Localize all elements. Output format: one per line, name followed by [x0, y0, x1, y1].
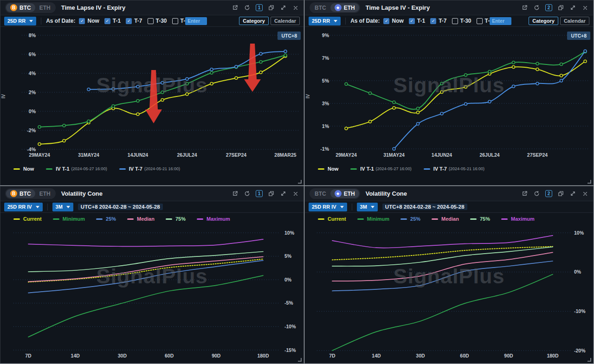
date-checkbox-t-[interactable]: T-	[172, 18, 186, 24]
svg-text:5%: 5%	[322, 78, 329, 83]
legend-item-iv-t-7[interactable]: IV T-7(2024-05-21 16:00)	[424, 166, 484, 172]
legend-item-75-[interactable]: 75%	[166, 216, 186, 222]
date-checkbox-t-7[interactable]: ✓T-7	[430, 18, 446, 24]
refresh-icon[interactable]	[533, 4, 540, 11]
checkbox-checked-icon[interactable]: ✓	[79, 18, 85, 24]
legend-item-iv-t-1[interactable]: IV T-1(2024-05-27 16:00)	[350, 166, 411, 172]
custom-date-input[interactable]	[490, 17, 511, 25]
close-icon[interactable]	[581, 4, 588, 11]
resize-handle[interactable]	[588, 180, 591, 184]
btc-cone-chart[interactable]: 10%5%0%-5%-10%-15%7D14D30D60D90D180D	[0, 225, 303, 363]
metric-dropdown[interactable]: 25D RR	[4, 17, 36, 26]
calendar-button[interactable]: Calendar	[560, 17, 589, 25]
resize-handle[interactable]	[298, 180, 302, 184]
date-checkbox-t-[interactable]: T-	[477, 18, 490, 24]
popout-icon[interactable]	[232, 4, 239, 11]
checkbox-checked-icon[interactable]: ✓	[409, 18, 415, 24]
view-toggle: Category Calendar	[239, 17, 300, 25]
legend-item-minimum[interactable]: Minimum	[53, 216, 85, 222]
legend-item-25-[interactable]: 25%	[96, 216, 116, 222]
coin-option-eth[interactable]: ETH	[35, 190, 55, 198]
coin-toggle[interactable]: B BTC ETH	[5, 2, 56, 13]
window-number-badge[interactable]: 1	[256, 190, 263, 197]
legend-item-maximum[interactable]: Maximum	[197, 216, 230, 222]
coin-option-btc[interactable]: B BTC	[6, 189, 35, 198]
duplicate-icon[interactable]	[268, 4, 275, 11]
svg-text:-20%: -20%	[574, 348, 586, 353]
checkbox-checked-icon[interactable]: ✓	[126, 18, 132, 24]
checkbox-unchecked-icon[interactable]	[148, 18, 154, 24]
refresh-icon[interactable]	[244, 190, 251, 197]
checkbox-checked-icon[interactable]: ✓	[430, 18, 436, 24]
duplicate-icon[interactable]	[268, 190, 275, 197]
fullscreen-icon[interactable]	[280, 4, 287, 11]
date-checkbox-t-30[interactable]: T-30	[452, 18, 471, 24]
legend-item-median[interactable]: Median	[127, 216, 155, 222]
category-button[interactable]: Category	[529, 17, 558, 25]
checkbox-unchecked-icon[interactable]	[477, 18, 483, 24]
metric-dropdown[interactable]: 25D RR IV	[4, 203, 43, 211]
popout-icon[interactable]	[521, 4, 528, 11]
metric-dropdown[interactable]: 25D RR IV	[309, 203, 347, 211]
legend-item-minimum[interactable]: Minimum	[357, 216, 389, 222]
checkbox-checked-icon[interactable]: ✓	[383, 18, 389, 24]
svg-text:-15%: -15%	[284, 347, 296, 353]
close-icon[interactable]	[581, 190, 588, 197]
legend-item-iv-t-7[interactable]: IV T-7(2024-05-21 16:00)	[119, 166, 180, 172]
checkbox-checked-icon[interactable]: ✓	[104, 18, 110, 24]
svg-text:29MAY24: 29MAY24	[336, 152, 357, 158]
fullscreen-icon[interactable]	[569, 4, 576, 11]
window-number-badge[interactable]: 2	[545, 190, 552, 197]
close-icon[interactable]	[292, 190, 299, 197]
resize-handle[interactable]	[298, 358, 302, 362]
coin-option-eth[interactable]: ◆ ETH	[330, 189, 359, 198]
date-checkbox-t-30[interactable]: T-30	[148, 18, 167, 24]
coin-option-btc[interactable]: B BTC	[6, 3, 35, 12]
duplicate-icon[interactable]	[557, 4, 564, 11]
window-number-badge[interactable]: 1	[256, 4, 263, 11]
resize-handle[interactable]	[588, 358, 591, 362]
duplicate-icon[interactable]	[557, 190, 564, 197]
popout-icon[interactable]	[232, 190, 239, 197]
date-checkbox-t-1[interactable]: ✓T-1	[104, 18, 121, 24]
custom-date-input[interactable]	[185, 17, 207, 25]
coin-option-btc[interactable]: BTC	[310, 4, 330, 12]
date-checkbox-now[interactable]: ✓Now	[79, 18, 99, 24]
legend-item-25-[interactable]: 25%	[400, 216, 420, 222]
coin-toggle[interactable]: BTC ◆ ETH	[310, 188, 360, 199]
coin-option-btc[interactable]: BTC	[310, 190, 330, 198]
coin-toggle[interactable]: BTC ◆ ETH	[310, 2, 360, 13]
legend-label: Now	[23, 166, 34, 172]
legend-item-now[interactable]: Now	[13, 166, 34, 172]
tenor-dropdown[interactable]: 3M	[357, 203, 378, 211]
legend-item-median[interactable]: Median	[432, 216, 459, 222]
eth-timelapse-chart[interactable]: 9%7%5%3%1%-1%29MAY2431MAY2414JUN2426JUL2…	[305, 27, 593, 161]
checkbox-unchecked-icon[interactable]	[452, 18, 458, 24]
legend-item-now[interactable]: Now	[318, 166, 338, 172]
coin-toggle[interactable]: B BTC ETH	[5, 188, 56, 199]
category-button[interactable]: Category	[239, 17, 269, 25]
date-checkbox-t-7[interactable]: ✓T-7	[126, 18, 142, 24]
coin-option-eth[interactable]: ETH	[35, 4, 55, 12]
checkbox-unchecked-icon[interactable]	[172, 18, 178, 24]
legend-item-iv-t-1[interactable]: IV T-1(2024-05-27 16:00)	[46, 166, 107, 172]
legend-item-75-[interactable]: 75%	[470, 216, 490, 222]
fullscreen-icon[interactable]	[569, 190, 576, 197]
date-checkbox-t-1[interactable]: ✓T-1	[409, 18, 425, 24]
metric-dropdown[interactable]: 25D RR	[309, 17, 341, 26]
close-icon[interactable]	[292, 4, 299, 11]
calendar-button[interactable]: Calendar	[271, 17, 300, 25]
window-number-badge[interactable]: 2	[545, 4, 552, 11]
btc-timelapse-chart[interactable]: 8%6%4%2%0%-2%-4%29MAY2431MAY2414JUN2426J…	[0, 27, 303, 161]
fullscreen-icon[interactable]	[280, 190, 287, 197]
date-checkbox-now[interactable]: ✓Now	[383, 18, 403, 24]
refresh-icon[interactable]	[244, 4, 251, 11]
tenor-dropdown[interactable]: 3M	[52, 203, 73, 211]
coin-option-eth[interactable]: ◆ ETH	[330, 3, 359, 12]
refresh-icon[interactable]	[533, 190, 540, 197]
legend-item-current[interactable]: Current	[318, 216, 346, 222]
eth-cone-chart[interactable]: 10%0%-10%-20%7D14D30D60D90D180D	[305, 225, 593, 363]
popout-icon[interactable]	[521, 190, 528, 197]
legend-item-current[interactable]: Current	[13, 216, 42, 222]
legend-item-maximum[interactable]: Maximum	[501, 216, 535, 222]
